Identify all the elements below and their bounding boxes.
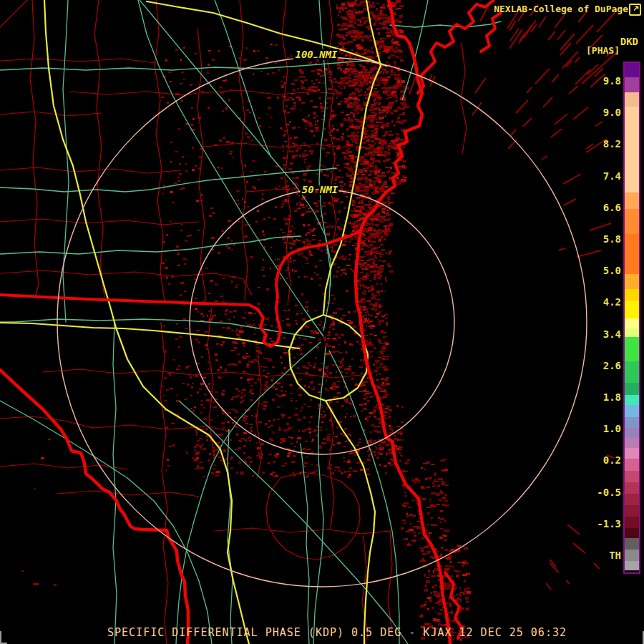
colorbar-tick-label: 3.4	[603, 328, 621, 341]
colorbar-band	[625, 471, 639, 482]
county-boundary	[57, 491, 199, 497]
secondary-road	[0, 60, 372, 70]
colorbar-tick-label: TH	[609, 549, 621, 562]
product-unit-label: [PHAS]	[586, 45, 620, 56]
secondary-road	[113, 322, 117, 644]
colorbar-band	[625, 550, 639, 561]
coastal-island	[481, 13, 501, 52]
colorbar-band	[625, 517, 639, 528]
highway	[44, 0, 249, 644]
secondary-road	[0, 236, 301, 254]
county-boundary	[160, 322, 168, 644]
product-code-label: DKD	[620, 36, 638, 47]
colorbar-band	[625, 494, 639, 505]
colorbar-band	[625, 63, 639, 77]
colorbar-tick-label: 1.0	[603, 422, 621, 435]
colorbar-tick-label: 1.8	[603, 391, 621, 404]
radar-display: 50 NMI100 NMI NEXLAB-College of DuPage D…	[0, 0, 644, 644]
secondary-road	[0, 401, 212, 644]
county-boundary	[0, 0, 27, 27]
colorbar-band	[625, 405, 639, 417]
secondary-road	[0, 319, 315, 338]
colorbar-tick-label: 8.2	[603, 137, 621, 150]
highway	[0, 323, 299, 348]
colorbar-band	[625, 538, 639, 550]
cod-window-icon	[629, 4, 641, 16]
county-boundary	[155, 0, 165, 301]
colorbar-tick-label: 9.0	[603, 106, 621, 119]
colorbar-tick-label: 7.4	[603, 170, 621, 182]
colorbar-band	[625, 361, 639, 383]
range-ring-label: 100 NMI	[295, 49, 338, 60]
county-boundary	[0, 219, 199, 225]
range-ring-label: 50 NMI	[302, 184, 338, 195]
colorbar-tick-label: 5.0	[603, 264, 621, 277]
county-boundary	[30, 0, 39, 295]
colorbar-band	[625, 417, 639, 428]
colorbar-band	[625, 383, 639, 395]
colorbar-tick-label: 5.8	[603, 233, 621, 245]
state-boundary	[0, 230, 360, 346]
colorbar-band	[625, 505, 639, 517]
colorbar-band	[625, 438, 639, 448]
colorbar-band	[625, 192, 639, 209]
secondary-road	[63, 0, 69, 322]
county-boundary	[256, 354, 262, 478]
colorbar-band	[625, 337, 639, 361]
colorbar-band	[625, 328, 639, 337]
status-bar-caption: SPECIFIC DIFFERENTIAL PHASE (KDP) 0.5 DE…	[107, 625, 552, 640]
county-boundary	[0, 59, 156, 63]
colorbar	[623, 62, 640, 574]
colorbar-band	[625, 301, 639, 318]
county-boundary	[0, 112, 102, 116]
colorbar-band	[625, 570, 639, 572]
gulf-coastline	[0, 370, 188, 644]
secondary-road	[301, 444, 309, 644]
colorbar-band	[625, 234, 639, 274]
county-boundary	[0, 464, 127, 469]
colorbar-tick-label: 2.6	[603, 359, 621, 372]
colorbar-tick-label: 0.2	[603, 454, 621, 467]
site-title: NEXLAB-College of DuPage	[494, 4, 628, 14]
colorbar-tick-label: 9.8	[603, 74, 621, 87]
colorbar-band	[625, 318, 639, 328]
colorbar-band	[625, 528, 639, 538]
colorbar-band	[625, 77, 639, 92]
colorbar-band	[625, 428, 639, 438]
colorbar-band	[625, 448, 639, 459]
county-boundary	[266, 472, 360, 560]
colorbar-tick-label: 6.6	[603, 201, 621, 214]
colorbar-band	[625, 459, 639, 471]
county-boundary	[43, 369, 361, 378]
colorbar-tick-label: -0.5	[597, 486, 621, 499]
county-boundary	[204, 143, 343, 147]
county-boundary	[215, 528, 390, 534]
colorbar-band	[625, 289, 639, 301]
colorbar-band	[625, 92, 639, 107]
colorbar-band	[625, 274, 639, 289]
county-boundary	[0, 167, 180, 173]
colorbar-tick-label: -1.3	[597, 517, 621, 530]
colorbar-tick-label: 4.2	[603, 296, 621, 308]
colorbar-band	[625, 209, 639, 234]
colorbar-band	[625, 561, 639, 570]
colorbar-band	[625, 107, 639, 192]
county-boundary	[239, 0, 248, 301]
secondary-road	[390, 21, 501, 27]
colorbar-band	[625, 395, 639, 405]
colorbar-band	[625, 482, 639, 494]
radar-map: 50 NMI100 NMI	[0, 0, 644, 644]
